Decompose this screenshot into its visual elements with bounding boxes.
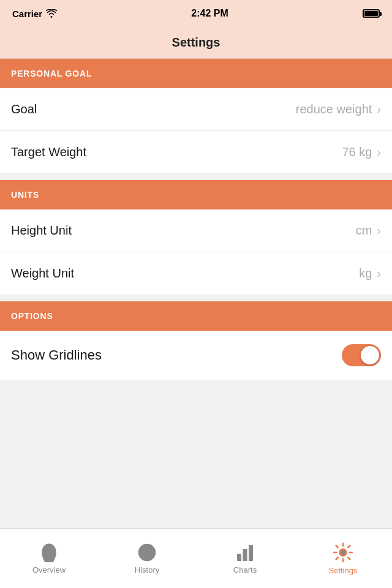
row-weight-unit[interactable]: Weight Unit kg › (0, 252, 392, 295)
row-height-unit-right: cm › (356, 224, 381, 238)
section-header-units: UNITS (0, 180, 392, 209)
tab-history[interactable]: History (98, 529, 196, 588)
content-area: PERSONAL GOAL Goal reduce weight › Targe… (0, 59, 392, 528)
history-icon (137, 543, 157, 562)
tab-bar: Overview History Charts Settings (0, 528, 392, 588)
page-title: Settings (172, 36, 221, 50)
svg-point-0 (47, 549, 51, 555)
section-title-units: UNITS (11, 190, 39, 200)
row-goal-label: Goal (11, 102, 37, 116)
row-goal-right: reduce weight › (296, 102, 381, 116)
svg-rect-3 (243, 549, 247, 561)
show-gridlines-label: Show Gridlines (11, 347, 102, 363)
svg-rect-4 (249, 545, 253, 561)
row-goal[interactable]: Goal reduce weight › (0, 88, 392, 131)
tab-charts[interactable]: Charts (196, 529, 294, 588)
overview-icon (39, 543, 59, 562)
chevron-height-unit-icon: › (377, 224, 381, 238)
tab-settings-label: Settings (329, 566, 358, 575)
tab-overview-label: Overview (32, 565, 66, 575)
section-title-personal-goal: PERSONAL GOAL (11, 69, 92, 78)
chevron-goal-icon: › (377, 102, 381, 116)
section-gap-2 (0, 295, 392, 301)
status-left: Carrier (12, 9, 57, 19)
carrier-text: Carrier (12, 9, 42, 19)
page-header: Settings (0, 27, 392, 59)
row-show-gridlines[interactable]: Show Gridlines (0, 331, 392, 380)
svg-rect-2 (237, 554, 241, 561)
row-weight-unit-label: Weight Unit (11, 266, 74, 281)
section-title-options: OPTIONS (11, 311, 53, 321)
chevron-weight-unit-icon: › (377, 266, 381, 281)
charts-icon (235, 543, 255, 562)
status-right (363, 9, 380, 18)
row-target-weight-right: 76 kg › (342, 145, 381, 159)
row-target-weight-label: Target Weight (11, 145, 86, 159)
section-gap-1 (0, 174, 392, 180)
row-weight-unit-value: kg (359, 266, 372, 281)
row-weight-unit-right: kg › (359, 266, 381, 281)
status-time: 2:42 PM (191, 8, 228, 19)
row-height-unit-label: Height Unit (11, 224, 72, 238)
svg-point-5 (340, 549, 347, 556)
tab-settings[interactable]: Settings (294, 529, 392, 588)
tab-charts-label: Charts (233, 565, 257, 575)
row-target-weight[interactable]: Target Weight 76 kg › (0, 131, 392, 174)
show-gridlines-toggle[interactable] (342, 344, 381, 366)
row-height-unit[interactable]: Height Unit cm › (0, 209, 392, 252)
settings-icon (333, 542, 353, 563)
status-bar: Carrier 2:42 PM (0, 0, 392, 27)
row-goal-value: reduce weight (296, 102, 372, 116)
row-target-weight-value: 76 kg (342, 145, 372, 159)
tab-history-label: History (135, 565, 159, 575)
row-height-unit-value: cm (356, 224, 372, 238)
section-header-options: OPTIONS (0, 301, 392, 331)
battery-icon (363, 9, 380, 18)
wifi-icon (46, 9, 57, 18)
tab-overview[interactable]: Overview (0, 529, 98, 588)
toggle-knob (361, 346, 379, 364)
chevron-target-weight-icon: › (377, 145, 381, 159)
section-header-personal-goal: PERSONAL GOAL (0, 59, 392, 88)
